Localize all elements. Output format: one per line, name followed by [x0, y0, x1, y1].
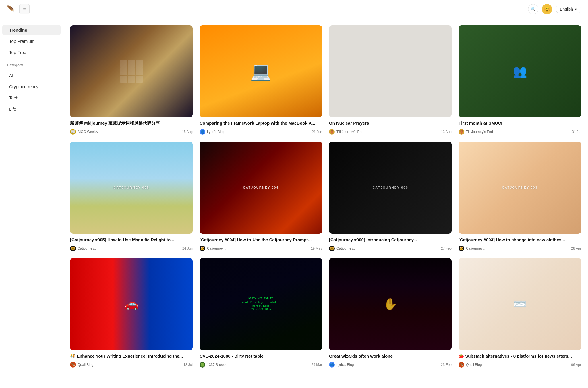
card-source: 🏺 Till Journey's End	[329, 129, 363, 135]
card-meta: 🐱 Catjourney... 19 May	[200, 246, 322, 251]
article-card[interactable]: CATJOURNEY 004 [Catjourney #004] How to …	[200, 142, 322, 251]
source-avatar: 🪶	[70, 362, 76, 368]
source-avatar: 🐱	[200, 246, 205, 251]
source-avatar: 🔵	[329, 362, 335, 368]
sidebar-item-ai[interactable]: AI	[2, 70, 61, 81]
card-date: 21 Jun	[312, 130, 322, 134]
card-source: 🐱 Catjourney...	[459, 246, 485, 251]
card-title: 藏师傅 Midjourney 宝藏提示词和风格代码分享	[70, 120, 193, 126]
hamburger-icon: ≡	[23, 7, 26, 12]
layout: Trending Top Premium Top Free Category A…	[0, 18, 588, 375]
source-avatar: 📰	[70, 129, 76, 135]
article-card[interactable]: ⌨️ 🍅 Substack alternatives - 8 platforms…	[459, 258, 581, 368]
card-source: 🐱 Catjourney...	[200, 246, 226, 251]
card-thumbnail: 🚗	[70, 258, 193, 350]
card-meta: 🐱 Catjourney... 27 Feb	[329, 246, 452, 251]
card-title: [Catjourney #000] Introducing Catjourney…	[329, 237, 452, 243]
sidebar: Trending Top Premium Top Free Category A…	[0, 18, 63, 375]
source-name: Till Journey's End	[336, 130, 363, 134]
card-thumbnail: CATJOURNEY 005	[70, 142, 193, 233]
source-name: 1337 Sheets	[207, 363, 226, 367]
card-title: [Catjourney #003] How to change into new…	[459, 237, 581, 243]
card-thumbnail: ⌨️	[459, 258, 581, 350]
card-title: [Catjourney #005] How to Use Magnific Re…	[70, 237, 193, 243]
card-source: 🔵 Lyric's Blog	[200, 129, 225, 135]
card-source: 🐱 Catjourney...	[329, 246, 356, 251]
article-card[interactable]: DIRTY NET TABLESLocal Privilege Escalati…	[200, 258, 322, 368]
card-source: 🪶 Quail Blog	[70, 362, 93, 368]
card-source: 🐱 Catjourney...	[70, 246, 97, 251]
card-meta: 🔵 Lyric's Blog 23 Feb	[329, 362, 452, 368]
article-grid: 藏师傅 Midjourney 宝藏提示词和风格代码分享 📰 AIGC Weekl…	[70, 25, 581, 368]
source-name: Till Journey's End	[466, 130, 493, 134]
menu-button[interactable]: ≡	[19, 4, 30, 14]
card-meta: 🪶 Quail Blog 06 Apr	[459, 362, 581, 368]
sidebar-item-top-free[interactable]: Top Free	[2, 47, 61, 58]
source-name: Catjourney...	[466, 246, 485, 250]
source-avatar: 🐱	[329, 246, 335, 251]
sidebar-item-trending[interactable]: Trending	[2, 25, 61, 35]
card-thumbnail: DIRTY NET TABLESLocal Privilege Escalati…	[200, 258, 322, 350]
source-name: AIGC Weekly	[78, 130, 98, 134]
language-label: English	[560, 7, 573, 11]
card-date: 15 Aug	[182, 130, 193, 134]
source-avatar: 🔵	[200, 129, 205, 135]
card-title: On Nuclear Prayers	[329, 120, 452, 126]
article-card[interactable]: ✋ Great wizards often work alone 🔵 Lyric…	[329, 258, 452, 368]
source-name: Quail Blog	[78, 363, 93, 367]
card-date: 31 Jul	[572, 130, 581, 134]
source-name: Catjourney...	[78, 246, 97, 250]
card-date: 19 May	[311, 246, 322, 250]
card-meta: 🐱 Catjourney... 24 Jun	[70, 246, 193, 251]
article-card[interactable]: CATJOURNEY 003 [Catjourney #003] How to …	[459, 142, 581, 251]
card-date: 13 Aug	[441, 130, 452, 134]
card-source: 🏺 Till Journey's End	[459, 129, 493, 135]
card-source: 🪶 Quail Blog	[459, 362, 482, 368]
sidebar-item-life[interactable]: Life	[2, 104, 61, 114]
card-date: 28 Apr	[571, 246, 581, 250]
card-source: 🟩 1337 Sheets	[200, 362, 226, 368]
card-date: 23 Feb	[441, 363, 452, 367]
source-name: Lyric's Blog	[336, 363, 354, 367]
source-avatar: 🐱	[70, 246, 76, 251]
card-meta: 🪶 Quail Blog 13 Jul	[70, 362, 193, 368]
sidebar-item-cryptocurrency[interactable]: Cryptocurrency	[2, 81, 61, 92]
card-title: Comparing the Framework Laptop with the …	[200, 120, 322, 126]
article-card[interactable]: 💻 Comparing the Framework Laptop with th…	[200, 25, 322, 135]
article-card[interactable]: CATJOURNEY 000 [Catjourney #000] Introdu…	[329, 142, 452, 251]
avatar[interactable]: 😊	[542, 4, 552, 14]
main-content: 藏师傅 Midjourney 宝藏提示词和风格代码分享 📰 AIGC Weekl…	[63, 18, 588, 375]
card-thumbnail: CATJOURNEY 004	[200, 142, 322, 233]
language-button[interactable]: English ▾	[556, 5, 581, 13]
card-meta: 🐱 Catjourney... 28 Apr	[459, 246, 581, 251]
article-card[interactable]: On Nuclear Prayers 🏺 Till Journey's End …	[329, 25, 452, 135]
card-title: CVE-2024-1086 - Dirty Net table	[200, 353, 322, 359]
card-title: First month at SMUCF	[459, 120, 581, 126]
card-meta: 🟩 1337 Sheets 29 Mar	[200, 362, 322, 368]
header-left: 🪶 ≡	[7, 4, 30, 14]
card-date: 13 Jul	[183, 363, 193, 367]
card-thumbnail: 💻	[200, 25, 322, 117]
article-card[interactable]: 🚗 🧑‍🤝‍🧑 Enhance Your Writing Experience:…	[70, 258, 193, 368]
source-avatar: 🏺	[329, 129, 335, 135]
card-date: 27 Feb	[441, 246, 452, 250]
source-name: Quail Blog	[466, 363, 482, 367]
card-title: Great wizards often work alone	[329, 353, 452, 359]
card-date: 24 Jun	[182, 246, 193, 250]
search-button[interactable]: 🔍	[528, 4, 538, 14]
source-avatar: 🐱	[459, 246, 464, 251]
source-avatar: 🟩	[200, 362, 205, 368]
article-card[interactable]: 藏师傅 Midjourney 宝藏提示词和风格代码分享 📰 AIGC Weekl…	[70, 25, 193, 135]
sidebar-item-tech[interactable]: Tech	[2, 92, 61, 103]
card-meta: 🔵 Lyric's Blog 21 Jun	[200, 129, 322, 135]
card-thumbnail	[70, 25, 193, 117]
card-thumbnail: ✋	[329, 258, 452, 350]
sidebar-item-top-premium[interactable]: Top Premium	[2, 36, 61, 47]
article-card[interactable]: 👥 First month at SMUCF 🏺 Till Journey's …	[459, 25, 581, 135]
logo-icon[interactable]: 🪶	[7, 5, 15, 13]
article-card[interactable]: CATJOURNEY 005 [Catjourney #005] How to …	[70, 142, 193, 251]
card-title: 🧑‍🤝‍🧑 Enhance Your Writing Experience: I…	[70, 353, 193, 359]
source-avatar: 🪶	[459, 362, 464, 368]
card-meta: 📰 AIGC Weekly 15 Aug	[70, 129, 193, 135]
header-right: 🔍 😊 English ▾	[528, 4, 581, 14]
